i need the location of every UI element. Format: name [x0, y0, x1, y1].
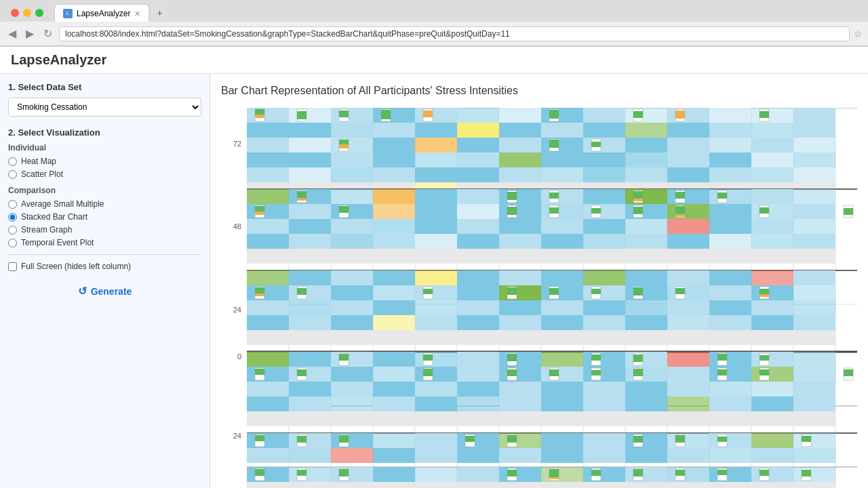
- app-body: 1. Select Data Set Smoking Cessation 2. …: [0, 74, 868, 488]
- svg-rect-358: [289, 367, 331, 382]
- chart-svg: // Generated via JS below: [247, 108, 857, 488]
- heat-map-option[interactable]: Heat Map: [8, 157, 201, 166]
- dataset-select[interactable]: Smoking Cessation: [8, 98, 201, 117]
- svg-rect-292: [499, 300, 541, 315]
- svg-rect-28: [499, 108, 541, 123]
- svg-rect-484: [373, 467, 415, 482]
- svg-rect-244: [499, 270, 541, 285]
- svg-rect-81: [751, 138, 793, 152]
- svg-rect-195: [247, 219, 289, 234]
- svg-rect-419: [247, 411, 289, 426]
- svg-rect-202: [541, 219, 583, 234]
- forward-button[interactable]: ▶: [23, 26, 37, 41]
- svg-rect-57: [331, 123, 373, 138]
- svg-rect-158: [675, 192, 685, 199]
- svg-rect-162: [289, 204, 331, 219]
- svg-rect-173: [751, 204, 793, 219]
- new-tab-button[interactable]: +: [152, 5, 168, 21]
- stacked-bar-radio[interactable]: [8, 213, 17, 222]
- svg-rect-174: [793, 204, 835, 219]
- svg-rect-370: [793, 367, 835, 382]
- y-label-24: 24: [233, 306, 241, 314]
- svg-rect-477: [709, 448, 751, 463]
- svg-rect-223: [247, 249, 289, 264]
- svg-rect-305: [457, 315, 499, 330]
- svg-rect-235: [751, 249, 793, 264]
- tab-close-icon[interactable]: ×: [134, 9, 140, 18]
- svg-rect-105: [289, 167, 331, 182]
- avg-small-radio[interactable]: [8, 200, 17, 209]
- svg-rect-153: [549, 192, 559, 199]
- svg-rect-289: [373, 300, 415, 315]
- svg-rect-218: [625, 234, 667, 249]
- scatter-plot-option[interactable]: Scatter Plot: [8, 169, 201, 179]
- main-content: Bar Chart Representation of All Particip…: [210, 74, 868, 488]
- svg-rect-265: [793, 285, 835, 300]
- full-screen-option[interactable]: Full Screen (hides left column): [8, 262, 201, 271]
- svg-rect-253: [289, 285, 331, 300]
- y-label-0-top: 0: [237, 352, 241, 361]
- stream-graph-option[interactable]: Stream Graph: [8, 225, 201, 235]
- svg-rect-285: [760, 294, 769, 297]
- svg-rect-37: [255, 109, 264, 115]
- minimize-button[interactable]: [23, 9, 31, 17]
- svg-rect-384: [633, 369, 643, 376]
- svg-rect-192: [760, 207, 769, 214]
- stacked-bar-option[interactable]: Stacked Bar Chart: [8, 212, 201, 222]
- svg-rect-176: [255, 206, 264, 211]
- y-label-72: 72: [233, 140, 241, 148]
- stream-graph-radio[interactable]: [8, 226, 17, 235]
- close-button[interactable]: [11, 9, 19, 17]
- svg-rect-317: [373, 330, 415, 345]
- svg-rect-252: [247, 285, 289, 300]
- svg-rect-102: [751, 152, 793, 167]
- svg-rect-331: [331, 352, 373, 367]
- svg-rect-303: [373, 315, 415, 330]
- svg-rect-382: [591, 370, 601, 375]
- svg-rect-486: [457, 467, 499, 482]
- full-screen-label: Full Screen (hides left column): [21, 262, 131, 271]
- temporal-event-radio[interactable]: [8, 239, 17, 247]
- chart-title: Bar Chart Representation of All Particip…: [221, 85, 857, 97]
- maximize-button[interactable]: [35, 9, 43, 17]
- refresh-button[interactable]: ↻: [41, 26, 55, 41]
- svg-rect-62: [541, 123, 583, 138]
- svg-rect-515: [760, 470, 769, 476]
- svg-rect-208: [793, 219, 835, 234]
- svg-rect-364: [541, 367, 583, 382]
- svg-rect-243: [457, 270, 499, 285]
- svg-rect-200: [457, 219, 499, 234]
- svg-rect-428: [625, 411, 667, 426]
- svg-rect-374: [297, 369, 307, 376]
- svg-rect-122: [415, 182, 457, 189]
- svg-rect-429: [667, 411, 709, 426]
- svg-rect-392: [289, 382, 331, 396]
- svg-rect-135: [331, 189, 373, 204]
- svg-rect-439: [457, 433, 499, 448]
- browser-tab[interactable]: L LapseAnalyzer ×: [54, 4, 149, 22]
- svg-rect-369: [751, 367, 793, 382]
- svg-rect-231: [583, 249, 625, 264]
- svg-rect-268: [255, 293, 264, 296]
- generate-button[interactable]: ↺ Generate: [8, 279, 201, 303]
- svg-rect-302: [331, 315, 373, 330]
- url-bar[interactable]: [59, 26, 850, 41]
- svg-rect-71: [331, 138, 373, 152]
- svg-rect-386: [717, 369, 727, 375]
- avg-small-option[interactable]: Average Small Multiple: [8, 199, 201, 209]
- heat-map-radio[interactable]: [8, 157, 17, 166]
- svg-rect-505: [549, 477, 559, 479]
- full-screen-checkbox[interactable]: [8, 262, 17, 271]
- temporal-event-option[interactable]: Temporal Event Plot: [8, 238, 201, 247]
- svg-rect-136: [373, 189, 415, 204]
- svg-rect-354: [717, 354, 727, 361]
- svg-rect-82: [793, 138, 835, 152]
- svg-rect-479: [793, 448, 835, 463]
- svg-rect-258: [499, 285, 541, 300]
- back-button[interactable]: ◀: [5, 26, 19, 41]
- bookmark-icon[interactable]: ☆: [854, 28, 863, 39]
- svg-rect-322: [583, 330, 625, 345]
- scatter-plot-radio[interactable]: [8, 170, 17, 179]
- svg-rect-121: [373, 182, 415, 189]
- svg-rect-468: [331, 448, 373, 463]
